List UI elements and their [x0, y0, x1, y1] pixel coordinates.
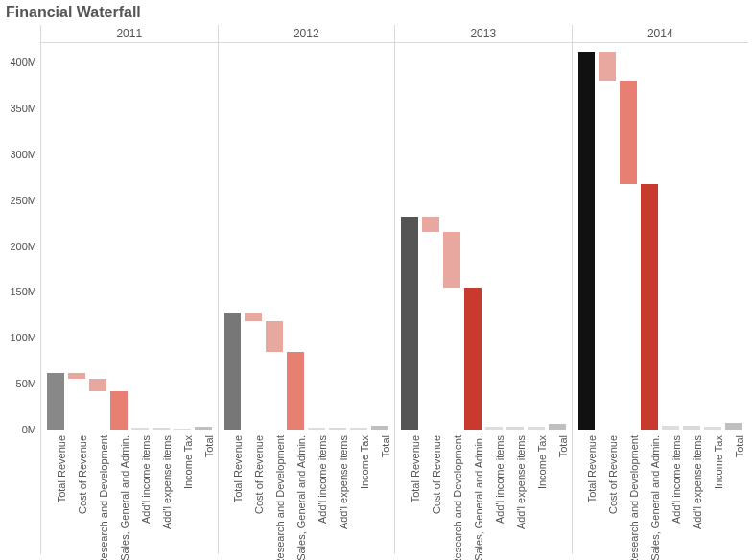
x-label: Research and Development: [618, 432, 639, 554]
bar: [549, 424, 566, 430]
bar-column: [45, 44, 66, 430]
x-label: Income Tax: [348, 432, 369, 554]
bar: [620, 81, 637, 183]
bar: [578, 52, 596, 430]
bar-column: [681, 44, 702, 430]
bar: [329, 428, 346, 430]
x-labels: Total RevenueCost of RevenueResearch and…: [576, 432, 745, 554]
y-tick: 100M: [0, 332, 36, 343]
panel-header: 2013: [395, 25, 572, 43]
bar-column: [108, 44, 129, 430]
panel-2013: 2013Total RevenueCost of RevenueResearch…: [394, 25, 572, 554]
y-axis: 0M50M100M150M200M250M300M350M400M: [0, 44, 40, 430]
y-tick: 0M: [0, 424, 36, 435]
x-labels: Total RevenueCost of RevenueResearch and…: [45, 432, 214, 554]
y-tick: 150M: [0, 286, 36, 297]
panel-header: 2012: [219, 25, 395, 43]
x-label: Sales, General and Admin.: [639, 432, 660, 554]
x-label: Income Tax: [702, 432, 723, 554]
x-label: Add'l expense items: [151, 432, 172, 554]
plot-area: [41, 44, 218, 430]
x-labels: Total RevenueCost of RevenueResearch and…: [399, 432, 568, 554]
page-title: Financial Waterfall: [6, 4, 141, 21]
plot-area: [219, 44, 395, 430]
bar: [662, 426, 679, 430]
x-label: Cost of Revenue: [66, 432, 87, 554]
bar: [308, 428, 325, 430]
bar: [443, 232, 460, 287]
bar: [704, 427, 721, 430]
x-label: Add'l income items: [660, 432, 681, 554]
bar-column: [660, 44, 681, 430]
panel-2014: 2014Total RevenueCost of RevenueResearch…: [572, 25, 749, 554]
bar-column: [66, 44, 87, 430]
panel-2012: 2012Total RevenueCost of RevenueResearch…: [218, 25, 395, 554]
bar-column: [526, 44, 547, 430]
x-label: Total Revenue: [223, 432, 244, 554]
bar: [422, 217, 439, 232]
bars: [45, 44, 214, 430]
y-tick: 350M: [0, 103, 36, 114]
bar: [485, 427, 503, 430]
bar-column: [723, 44, 744, 430]
bar: [725, 423, 742, 430]
bar: [174, 429, 191, 430]
bar-column: [223, 44, 244, 430]
bar-column: [462, 44, 483, 430]
y-tick: 300M: [0, 149, 36, 160]
bar: [506, 427, 524, 430]
x-label: Total: [193, 432, 214, 554]
bar-column: [264, 44, 285, 430]
bar-column: [576, 44, 598, 430]
y-tick: 200M: [0, 241, 36, 252]
x-label: Research and Development: [87, 432, 108, 554]
bar-column: [172, 44, 193, 430]
x-label: Cost of Revenue: [597, 432, 618, 554]
chart-panels: 2011Total RevenueCost of RevenueResearch…: [40, 25, 748, 554]
bar: [245, 313, 262, 322]
x-label: Cost of Revenue: [243, 432, 264, 554]
bar-column: [420, 44, 441, 430]
plot-area: [395, 44, 572, 430]
bar-column: [399, 44, 420, 430]
x-label: Add'l income items: [483, 432, 505, 554]
bar: [528, 427, 545, 430]
x-label: Total Revenue: [399, 432, 420, 554]
bar: [110, 391, 128, 430]
bar: [287, 352, 304, 430]
x-labels: Total RevenueCost of RevenueResearch and…: [223, 432, 391, 554]
bar: [464, 288, 482, 430]
bar: [599, 52, 616, 82]
panel-2011: 2011Total RevenueCost of RevenueResearch…: [40, 25, 218, 554]
x-label: Income Tax: [172, 432, 193, 554]
bar-column: [369, 44, 390, 430]
bar-column: [483, 44, 505, 430]
bars: [223, 44, 391, 430]
bar-column: [151, 44, 172, 430]
bar: [683, 426, 700, 430]
bar-column: [547, 44, 568, 430]
panel-header: 2011: [41, 25, 218, 43]
x-label: Cost of Revenue: [420, 432, 441, 554]
bar: [371, 426, 388, 430]
y-tick: 400M: [0, 57, 36, 68]
bar-column: [441, 44, 462, 430]
y-tick: 250M: [0, 195, 36, 206]
bar-column: [129, 44, 151, 430]
x-label: Total Revenue: [45, 432, 66, 554]
bar-column: [327, 44, 348, 430]
bar-column: [285, 44, 306, 430]
x-label: Add'l expense items: [327, 432, 348, 554]
x-label: Sales, General and Admin.: [462, 432, 483, 554]
bar: [89, 379, 106, 390]
bar-column: [505, 44, 526, 430]
x-label: Research and Development: [264, 432, 285, 554]
bar-column: [348, 44, 369, 430]
x-label: Sales, General and Admin.: [285, 432, 306, 554]
x-label: Total: [369, 432, 390, 554]
bar: [68, 373, 85, 380]
bar: [131, 428, 149, 430]
bar-column: [243, 44, 264, 430]
x-label: Total Revenue: [576, 432, 598, 554]
bar: [195, 427, 212, 430]
